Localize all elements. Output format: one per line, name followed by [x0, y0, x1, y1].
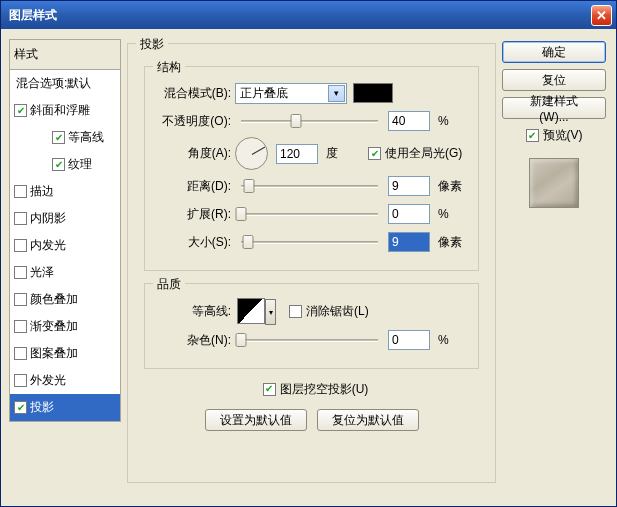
checkbox-icon[interactable] — [14, 185, 27, 198]
distance-unit: 像素 — [438, 178, 468, 195]
style-item-label: 投影 — [30, 399, 54, 416]
spread-unit: % — [438, 207, 468, 221]
contour-label: 等高线: — [155, 303, 231, 320]
spread-row: 扩展(R): 0 % — [155, 202, 468, 226]
style-item-外发光[interactable]: 外发光 — [10, 367, 120, 394]
style-item-渐变叠加[interactable]: 渐变叠加 — [10, 313, 120, 340]
style-item-label: 混合选项:默认 — [16, 75, 91, 92]
reset-default-button[interactable]: 复位为默认值 — [317, 409, 419, 431]
opacity-label: 不透明度(O): — [155, 113, 231, 130]
angle-dial[interactable] — [235, 137, 268, 170]
style-item-描边[interactable]: 描边 — [10, 178, 120, 205]
blend-mode-label: 混合模式(B): — [155, 85, 231, 102]
size-unit: 像素 — [438, 234, 468, 251]
angle-unit: 度 — [326, 145, 356, 162]
style-item-颜色叠加[interactable]: 颜色叠加 — [10, 286, 120, 313]
titlebar[interactable]: 图层样式 ✕ — [1, 1, 616, 29]
checkbox-icon[interactable] — [14, 266, 27, 279]
spread-input[interactable]: 0 — [388, 204, 430, 224]
style-item-混合选项:默认[interactable]: 混合选项:默认 — [10, 70, 120, 97]
noise-unit: % — [438, 333, 468, 347]
size-input[interactable]: 9 — [388, 232, 430, 252]
distance-label: 距离(D): — [155, 178, 231, 195]
style-item-等高线[interactable]: 等高线 — [10, 124, 120, 151]
quality-group: 品质 等高线: ▾ 消除锯齿(L) 杂色(N): 0 % — [144, 283, 479, 369]
style-item-label: 内阴影 — [30, 210, 66, 227]
checkbox-icon[interactable] — [14, 104, 27, 117]
global-light-label: 使用全局光(G) — [385, 145, 462, 162]
opacity-row: 不透明度(O): 40 % — [155, 109, 468, 133]
noise-input[interactable]: 0 — [388, 330, 430, 350]
checkbox-icon[interactable] — [14, 374, 27, 387]
noise-slider[interactable] — [241, 331, 378, 349]
blend-mode-value: 正片叠底 — [240, 85, 288, 102]
blend-mode-row: 混合模式(B): 正片叠底 ▾ — [155, 81, 468, 105]
knockout-row: 图层挖空投影(U) — [138, 377, 485, 401]
structure-group: 结构 混合模式(B): 正片叠底 ▾ 不透明度(O): 40 % — [144, 66, 479, 271]
styles-column: 样式 混合选项:默认斜面和浮雕等高线纹理描边内阴影内发光光泽颜色叠加渐变叠加图案… — [9, 39, 121, 496]
size-row: 大小(S): 9 像素 — [155, 230, 468, 254]
cancel-button[interactable]: 复位 — [502, 69, 606, 91]
angle-input[interactable]: 120 — [276, 144, 318, 164]
style-item-label: 图案叠加 — [30, 345, 78, 362]
opacity-slider[interactable] — [241, 112, 378, 130]
style-item-label: 外发光 — [30, 372, 66, 389]
close-icon[interactable]: ✕ — [591, 5, 612, 26]
checkbox-icon[interactable] — [14, 239, 27, 252]
size-slider[interactable] — [241, 233, 378, 251]
distance-slider[interactable] — [241, 177, 378, 195]
settings-column: 投影 结构 混合模式(B): 正片叠底 ▾ 不透明度(O): — [123, 39, 500, 496]
style-item-投影[interactable]: 投影 — [10, 394, 120, 421]
styles-header[interactable]: 样式 — [9, 39, 121, 69]
chevron-down-icon[interactable]: ▾ — [265, 299, 276, 325]
style-item-内阴影[interactable]: 内阴影 — [10, 205, 120, 232]
actions-column: 确定 复位 新建样式(W)... 预览(V) — [502, 39, 606, 496]
checkbox-icon[interactable] — [14, 212, 27, 225]
distance-row: 距离(D): 9 像素 — [155, 174, 468, 198]
checkbox-icon[interactable] — [14, 320, 27, 333]
style-item-光泽[interactable]: 光泽 — [10, 259, 120, 286]
default-buttons-row: 设置为默认值 复位为默认值 — [138, 409, 485, 431]
dialog-body: 样式 混合选项:默认斜面和浮雕等高线纹理描边内阴影内发光光泽颜色叠加渐变叠加图案… — [1, 29, 616, 506]
quality-legend: 品质 — [153, 276, 185, 293]
preview-label: 预览(V) — [543, 127, 583, 144]
style-item-斜面和浮雕[interactable]: 斜面和浮雕 — [10, 97, 120, 124]
global-light-checkbox[interactable]: 使用全局光(G) — [368, 145, 462, 162]
checkbox-icon — [263, 383, 276, 396]
noise-row: 杂色(N): 0 % — [155, 328, 468, 352]
chevron-down-icon[interactable]: ▾ — [328, 85, 345, 102]
checkbox-icon[interactable] — [14, 401, 27, 414]
knockout-checkbox[interactable]: 图层挖空投影(U) — [263, 381, 369, 398]
checkbox-icon[interactable] — [52, 131, 65, 144]
styles-list: 混合选项:默认斜面和浮雕等高线纹理描边内阴影内发光光泽颜色叠加渐变叠加图案叠加外… — [9, 69, 121, 422]
spread-label: 扩展(R): — [155, 206, 231, 223]
drop-shadow-panel: 投影 结构 混合模式(B): 正片叠底 ▾ 不透明度(O): — [127, 43, 496, 483]
knockout-label: 图层挖空投影(U) — [280, 381, 369, 398]
preview-checkbox[interactable]: 预览(V) — [502, 127, 606, 144]
checkbox-icon[interactable] — [14, 293, 27, 306]
checkbox-icon[interactable] — [52, 158, 65, 171]
blend-mode-dropdown[interactable]: 正片叠底 ▾ — [235, 83, 347, 104]
style-item-label: 纹理 — [68, 156, 92, 173]
window-title: 图层样式 — [9, 7, 591, 24]
spread-slider[interactable] — [241, 205, 378, 223]
layer-style-dialog: 图层样式 ✕ 样式 混合选项:默认斜面和浮雕等高线纹理描边内阴影内发光光泽颜色叠… — [0, 0, 617, 507]
style-item-label: 渐变叠加 — [30, 318, 78, 335]
style-item-纹理[interactable]: 纹理 — [10, 151, 120, 178]
style-item-label: 颜色叠加 — [30, 291, 78, 308]
style-item-label: 内发光 — [30, 237, 66, 254]
opacity-input[interactable]: 40 — [388, 111, 430, 131]
contour-swatch[interactable]: ▾ — [237, 298, 265, 324]
distance-input[interactable]: 9 — [388, 176, 430, 196]
panel-title: 投影 — [136, 36, 168, 53]
style-item-内发光[interactable]: 内发光 — [10, 232, 120, 259]
antialias-checkbox[interactable]: 消除锯齿(L) — [289, 303, 369, 320]
make-default-button[interactable]: 设置为默认值 — [205, 409, 307, 431]
style-item-图案叠加[interactable]: 图案叠加 — [10, 340, 120, 367]
style-item-label: 斜面和浮雕 — [30, 102, 90, 119]
ok-button[interactable]: 确定 — [502, 41, 606, 63]
angle-row: 角度(A): 120 度 使用全局光(G) — [155, 137, 468, 170]
checkbox-icon[interactable] — [14, 347, 27, 360]
shadow-color-swatch[interactable] — [353, 83, 393, 103]
new-style-button[interactable]: 新建样式(W)... — [502, 97, 606, 119]
